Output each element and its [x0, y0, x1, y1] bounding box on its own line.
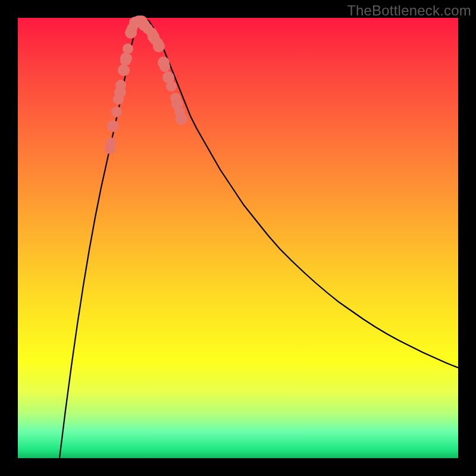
scatter-dot — [120, 52, 132, 64]
scatter-dot — [111, 107, 122, 117]
outer-frame: TheBottleneck.com — [0, 0, 476, 476]
scatter-dot — [166, 81, 177, 92]
scatter-dot — [115, 80, 126, 90]
plot-area — [18, 18, 458, 458]
scatter-dot — [106, 137, 117, 148]
scatter-dot — [107, 120, 119, 132]
scatter-dots — [105, 15, 187, 154]
scatter-dot — [159, 61, 170, 72]
scatter-dot — [176, 113, 187, 125]
scatter-dot — [123, 43, 133, 54]
chart-svg — [18, 18, 458, 458]
watermark-text: TheBottleneck.com — [347, 2, 471, 19]
scatter-dot — [118, 64, 130, 76]
scatter-dot — [153, 40, 165, 52]
